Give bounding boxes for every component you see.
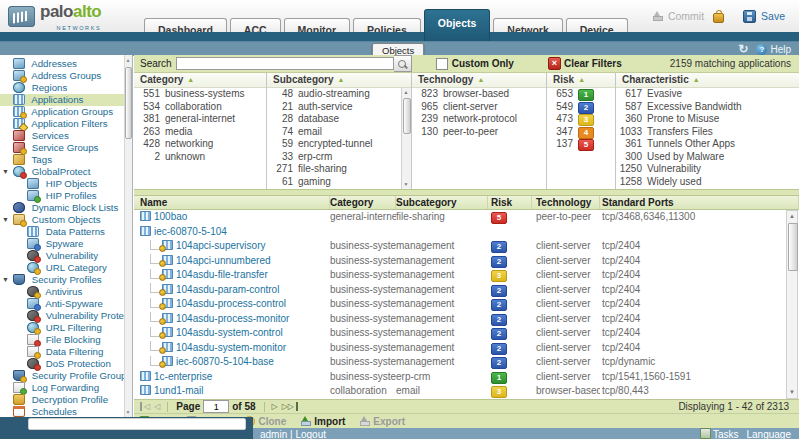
sidebar-scrollbar[interactable]: ▲ ▼ — [124, 55, 132, 417]
scrollbar-thumb[interactable] — [403, 98, 411, 134]
filter-item[interactable]: 381general-internet — [134, 113, 266, 126]
refresh-icon[interactable]: ↻ — [738, 43, 748, 55]
sidebar-item[interactable]: Address Groups — [0, 70, 132, 82]
filter-item[interactable]: 2unknown — [134, 151, 266, 164]
sidebar-item[interactable]: Data Patterns — [0, 226, 132, 238]
expander-arrow-icon[interactable]: ▼ — [2, 166, 9, 178]
filter-item[interactable]: 239network-protocol — [412, 113, 546, 126]
column-header-risk[interactable]: Risk — [488, 196, 532, 209]
sidebar-item[interactable]: Addresses — [0, 58, 132, 70]
application-name-link[interactable]: 104apci-unnumbered — [176, 255, 271, 266]
table-row[interactable]: iec-60870-5-104-base business-systems ma… — [134, 355, 799, 370]
sidebar-item[interactable]: Tags — [0, 154, 132, 166]
application-name-link[interactable]: 104asdu-param-control — [176, 284, 279, 295]
page-input[interactable] — [203, 400, 229, 413]
filter-item[interactable]: 48audio-streaming — [267, 88, 411, 101]
next-page-button[interactable]: ▷ — [270, 402, 280, 411]
scroll-up-icon[interactable]: ▲ — [402, 88, 410, 97]
table-row[interactable]: 104asdu-system-control business-systems … — [134, 326, 799, 341]
filter-item[interactable]: 21auth-service — [267, 101, 411, 114]
table-row[interactable]: 104asdu-file-transfer business-systems m… — [134, 268, 799, 283]
sidebar-item[interactable]: Vulnerability — [0, 250, 132, 262]
application-name-link[interactable]: 1und1-mail — [154, 385, 203, 396]
table-scrollbar[interactable]: ▲ ▼ — [786, 210, 798, 399]
username-link[interactable]: admin — [260, 429, 287, 439]
table-row[interactable]: iec-60870-5-104 — [134, 225, 799, 240]
tasks-button[interactable]: Tasks — [700, 428, 739, 439]
sidebar-item[interactable]: Services — [0, 130, 132, 142]
sidebar-item[interactable]: Antivirus — [0, 286, 132, 298]
filter-item[interactable]: 823browser-based — [412, 88, 546, 101]
expander-arrow-icon[interactable]: ▼ — [2, 274, 9, 286]
help-button[interactable]: ? Help — [756, 44, 791, 55]
filter-item[interactable]: 551business-systems — [134, 88, 266, 101]
filter-item[interactable]: 28database — [267, 113, 411, 126]
commit-button[interactable]: Commit — [668, 10, 704, 22]
filter-item[interactable]: 74email — [267, 126, 411, 139]
application-name-link[interactable]: 104asdu-file-transfer — [176, 269, 268, 280]
sidebar-item[interactable]: DoS Protection — [0, 358, 132, 370]
filter-item[interactable]: 1258Widely used — [616, 176, 799, 189]
sidebar-item[interactable]: HIP Objects — [0, 178, 132, 190]
clear-filters-icon[interactable]: × — [548, 57, 561, 70]
sidebar-item[interactable]: ▼ GlobalProtect — [0, 166, 132, 178]
scroll-up-icon[interactable]: ▲ — [125, 55, 131, 65]
search-button[interactable] — [394, 55, 412, 72]
application-name-link[interactable]: 104asdu-system-monitor — [176, 342, 286, 353]
filter-item[interactable]: 61gaming — [267, 176, 411, 189]
filter-item[interactable]: 534collaboration — [134, 101, 266, 114]
clear-filters-button[interactable]: Clear Filters — [564, 58, 622, 69]
search-input[interactable] — [176, 57, 394, 70]
column-header-standard-ports[interactable]: Standard Ports — [600, 196, 799, 209]
previous-page-button[interactable]: ◁ — [152, 402, 162, 411]
table-row[interactable]: 100bao general-internet file-sharing 5 p… — [134, 210, 799, 225]
filter-item[interactable]: 300Used by Malware — [616, 151, 799, 164]
filter-item[interactable]: 1033Transfers Files — [616, 126, 799, 139]
sidebar-item[interactable]: Spyware — [0, 238, 132, 250]
sidebar-item[interactable]: Application Filters — [0, 118, 132, 130]
sidebar-item[interactable]: Decryption Profile — [0, 394, 132, 406]
scrollbar-thumb[interactable] — [125, 67, 132, 139]
filter-item[interactable]: 263media — [134, 126, 266, 139]
filter-item[interactable]: 587Excessive Bandwidth — [616, 101, 799, 114]
column-header-technology[interactable]: Technology — [532, 196, 600, 209]
sidebar-item[interactable]: Dynamic Block Lists — [0, 202, 132, 214]
filter-item[interactable]: 59encrypted-tunnel — [267, 138, 411, 151]
language-button[interactable]: Language — [747, 428, 792, 439]
filter-item[interactable]: 361Tunnels Other Apps — [616, 138, 799, 151]
toolbar-button[interactable]: Import — [300, 416, 345, 427]
column-header-name[interactable]: Name — [134, 196, 330, 209]
sidebar-item[interactable]: Service Groups — [0, 142, 132, 154]
sidebar-item[interactable]: Security Profile Groups — [0, 370, 132, 382]
application-name-link[interactable]: 104apci-supervisory — [176, 240, 266, 251]
filter-column-header[interactable]: Risk▲ — [547, 73, 615, 88]
table-row[interactable]: 104apci-unnumbered business-systems mana… — [134, 254, 799, 269]
save-button[interactable]: Save — [761, 10, 785, 22]
first-page-button[interactable]: ◁ — [140, 402, 152, 411]
sidebar-item[interactable]: ▼ Security Profiles — [0, 274, 132, 286]
scrollbar-thumb[interactable] — [788, 223, 798, 271]
application-name-link[interactable]: 1c-enterprise — [154, 371, 212, 382]
sidebar-item[interactable]: Log Forwarding — [0, 382, 132, 394]
column-header-subcategory[interactable]: Subcategory — [396, 196, 488, 209]
application-name-link[interactable]: 104asdu-process-control — [176, 298, 286, 309]
scroll-down-icon[interactable]: ▼ — [125, 407, 131, 417]
filter-item[interactable]: 360Prone to Misuse — [616, 113, 799, 126]
filter-item[interactable]: 6531 — [547, 88, 615, 101]
table-row[interactable]: 104asdu-system-monitor business-systems … — [134, 341, 799, 356]
tab[interactable]: Objects — [424, 9, 491, 41]
filter-column-header[interactable]: Technology▲ — [412, 73, 546, 88]
expander-arrow-icon[interactable]: ▼ — [2, 214, 9, 226]
sidebar-item[interactable]: URL Filtering — [0, 322, 132, 334]
application-name-link[interactable]: iec-60870-5-104 — [154, 226, 227, 237]
sidebar-item[interactable]: Applications — [0, 94, 132, 106]
filter-item[interactable]: 428networking — [134, 138, 266, 151]
filter-item[interactable]: 617Evasive — [616, 88, 799, 101]
application-name-link[interactable]: 104asdu-system-control — [176, 327, 283, 338]
scroll-up-icon[interactable]: ▲ — [787, 211, 797, 222]
logout-link[interactable]: Logout — [295, 429, 326, 439]
sidebar-item[interactable]: Vulnerability Protection — [0, 310, 132, 322]
sidebar-item[interactable]: ▼ Custom Objects — [0, 214, 132, 226]
toolbar-button[interactable]: Export — [359, 416, 405, 427]
sidebar-item[interactable]: Anti-Spyware — [0, 298, 132, 310]
